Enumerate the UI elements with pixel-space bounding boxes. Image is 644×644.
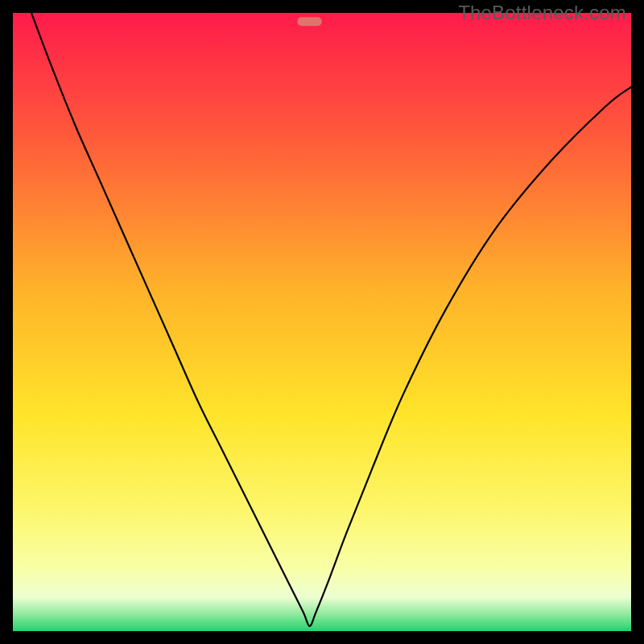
watermark-text: TheBottleneck.com	[458, 2, 626, 24]
plot-area	[13, 13, 631, 631]
bottleneck-chart	[13, 13, 631, 631]
gradient-background	[13, 13, 631, 631]
chart-frame: TheBottleneck.com	[0, 0, 644, 644]
minimum-marker	[298, 17, 322, 26]
